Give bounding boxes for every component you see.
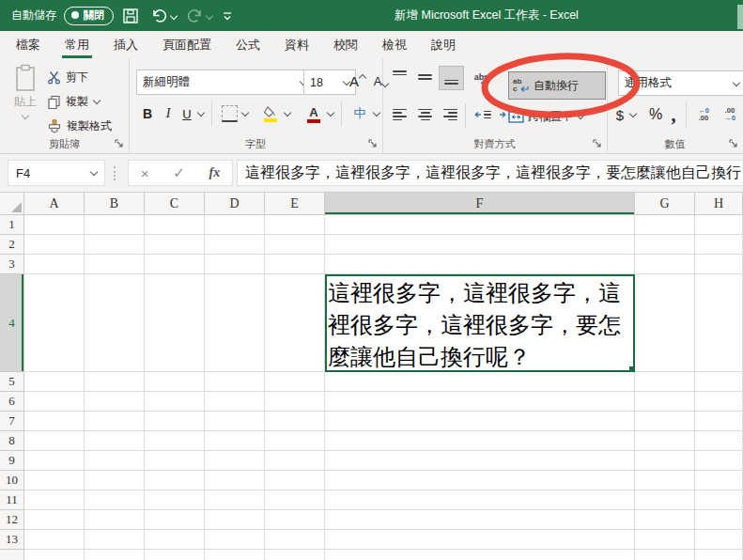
row-header-9[interactable]: 9 (0, 451, 24, 471)
name-box[interactable]: F4 (8, 160, 105, 186)
cell-H3[interactable] (695, 255, 743, 274)
select-all-button[interactable] (0, 193, 24, 215)
cell-B10[interactable] (85, 471, 145, 490)
cell-C4[interactable] (145, 274, 205, 372)
font-dialog-launcher[interactable] (368, 139, 378, 148)
cell-G5[interactable] (635, 372, 695, 392)
cell-D13[interactable] (205, 530, 265, 550)
cell-G6[interactable] (635, 392, 695, 412)
cell-B8[interactable] (85, 431, 145, 451)
cell-E6[interactable] (265, 392, 325, 412)
tab-頁面配置[interactable]: 頁面配置 (150, 31, 224, 58)
fill-handle[interactable] (628, 366, 635, 372)
grow-font-button[interactable]: A (348, 70, 368, 93)
row-header-2[interactable]: 2 (0, 235, 24, 255)
cell-E2[interactable] (265, 235, 325, 255)
cell-F9[interactable] (325, 451, 635, 471)
align-bottom-button[interactable] (439, 66, 464, 90)
cell-A4[interactable] (24, 274, 85, 372)
row-header-1[interactable]: 1 (0, 215, 24, 235)
column-header-C[interactable]: C (145, 193, 205, 215)
cell-A9[interactable] (24, 451, 85, 471)
cell-E4[interactable] (265, 274, 325, 372)
cell-C2[interactable] (145, 235, 205, 255)
cell-H6[interactable] (695, 392, 743, 412)
cell-C12[interactable] (145, 510, 205, 530)
column-header-F[interactable]: F (325, 193, 635, 215)
cell-B13[interactable] (85, 530, 145, 550)
row-header-7[interactable]: 7 (0, 412, 24, 431)
cell-F10[interactable] (325, 471, 635, 490)
cell-H12[interactable] (695, 510, 743, 530)
cell-C8[interactable] (145, 431, 205, 451)
cell-G11[interactable] (635, 490, 695, 510)
cell-G2[interactable] (635, 235, 695, 255)
format-painter-button[interactable]: 複製格式 (47, 114, 112, 138)
cell-D12[interactable] (205, 510, 265, 530)
row-header-8[interactable]: 8 (0, 431, 24, 451)
cell-D14[interactable] (205, 550, 265, 560)
cell-A11[interactable] (24, 490, 85, 510)
cell-B5[interactable] (85, 372, 145, 392)
cell-B7[interactable] (85, 412, 145, 431)
insert-function-button[interactable]: fx (209, 165, 220, 180)
cell-B12[interactable] (85, 510, 145, 530)
tab-資料[interactable]: 資料 (272, 31, 321, 58)
cell-G13[interactable] (635, 530, 695, 550)
cell-E7[interactable] (265, 412, 325, 431)
cell-C14[interactable] (145, 550, 205, 560)
cell-H4[interactable] (695, 274, 743, 372)
save-button[interactable] (122, 0, 139, 31)
cell-B1[interactable] (85, 215, 145, 235)
decrease-decimal-button[interactable]: .00→0 (718, 102, 742, 127)
cell-F1[interactable] (325, 215, 635, 235)
cell-A12[interactable] (24, 510, 85, 530)
phonetic-guide-button[interactable]: 中 (348, 101, 371, 126)
cell-A5[interactable] (24, 372, 85, 392)
cell-F12[interactable] (325, 510, 635, 530)
currency-dropdown[interactable] (627, 102, 639, 127)
cell-H10[interactable] (695, 471, 743, 490)
cell-B6[interactable] (85, 392, 145, 412)
cell-F11[interactable] (325, 490, 635, 510)
cell-C5[interactable] (145, 372, 205, 392)
cell-G14[interactable] (635, 550, 695, 560)
cell-B3[interactable] (85, 255, 145, 274)
active-cell-F4[interactable]: 這裡很多字，這裡很多字，這裡很多字，這裡很多字，要怎麼讓他自己換行呢？ (325, 274, 635, 372)
cell-D8[interactable] (205, 431, 265, 451)
cell-H14[interactable] (695, 550, 743, 560)
cell-H8[interactable] (695, 431, 743, 451)
font-color-dropdown[interactable] (325, 101, 336, 126)
cell-A2[interactable] (24, 235, 85, 255)
cell-D6[interactable] (205, 392, 265, 412)
cell-C1[interactable] (145, 215, 205, 235)
cell-H7[interactable] (695, 412, 743, 431)
cell-C9[interactable] (145, 451, 205, 471)
cell-E1[interactable] (265, 215, 325, 235)
cell-B9[interactable] (85, 451, 145, 471)
cell-E9[interactable] (265, 451, 325, 471)
cell-G1[interactable] (635, 215, 695, 235)
row-header-11[interactable]: 11 (0, 490, 24, 510)
alignment-dialog-launcher[interactable] (593, 139, 602, 148)
row-header-14[interactable] (0, 550, 24, 560)
cell-H9[interactable] (695, 451, 743, 471)
row-header-12[interactable]: 12 (0, 510, 24, 530)
qat-customize-button[interactable] (222, 0, 233, 31)
clipboard-dialog-launcher[interactable] (115, 139, 124, 148)
cell-D11[interactable] (205, 490, 265, 510)
cell-D5[interactable] (205, 372, 265, 392)
column-header-H[interactable]: H (695, 193, 743, 215)
cell-F13[interactable] (325, 530, 635, 550)
tab-校閱[interactable]: 校閱 (321, 31, 370, 58)
orientation-button[interactable]: ab (469, 66, 497, 88)
number-format-combo[interactable]: 通用格式 (618, 70, 743, 96)
cell-C10[interactable] (145, 471, 205, 490)
row-header-6[interactable]: 6 (0, 392, 24, 412)
cell-B2[interactable] (85, 235, 145, 255)
align-middle-button[interactable] (413, 66, 437, 88)
cell-A8[interactable] (24, 431, 85, 451)
name-box-arrow-icon[interactable] (90, 168, 98, 176)
cell-B4[interactable] (85, 274, 145, 372)
formula-input[interactable]: 這裡很多字，這裡很多字，這裡很多字，這裡很多字，要怎麼讓他自己換行 (237, 160, 743, 186)
